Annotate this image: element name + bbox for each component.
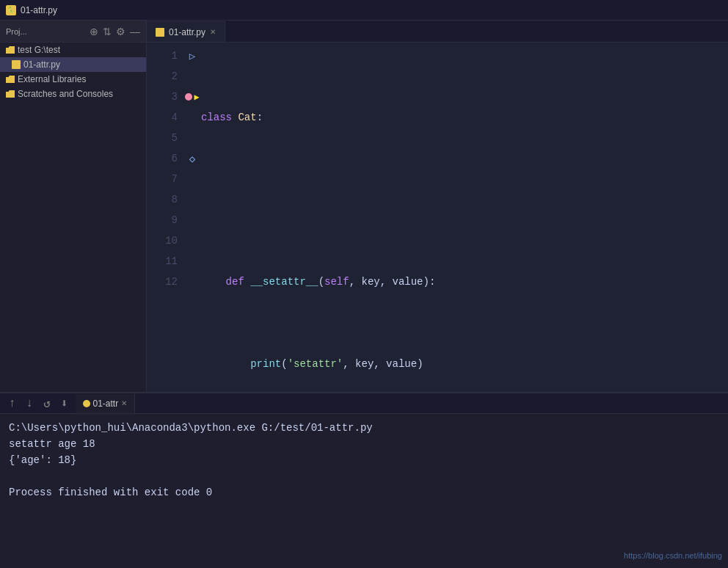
- console-rerun-icon[interactable]: ↺: [40, 395, 54, 412]
- title-bar: 🐍 01-attr.py: [0, 0, 728, 21]
- gutter-9: [183, 210, 201, 230]
- main-area: Proj... ⊕ ⇅ ⚙ — test G:\test 01-attr.py …: [0, 21, 728, 392]
- gutter-1: ▷: [183, 45, 201, 66]
- tab-file-icon: [156, 28, 164, 37]
- folder-icon: [6, 76, 15, 83]
- sidebar-item-test[interactable]: test G:\test: [0, 43, 146, 57]
- sidebar-item-external[interactable]: External Libraries: [0, 72, 146, 87]
- gutter-12: [183, 272, 201, 292]
- console-nav-down[interactable]: ↓: [23, 396, 37, 412]
- line-num-1: 1: [153, 45, 178, 66]
- sidebar-header: Proj... ⊕ ⇅ ⚙ —: [0, 21, 146, 43]
- sidebar-item-label: External Libraries: [18, 74, 86, 84]
- console-line-4: [9, 468, 719, 484]
- line-num-5: 5: [153, 128, 178, 148]
- editor-area: 01-attr.py ✕ 1 2 3 4 5 6 7 8 9 10 11 12: [147, 21, 728, 392]
- debug-arrow: ▶: [194, 92, 199, 103]
- gutter-3: ▶: [183, 87, 201, 107]
- console-url: https://blog.csdn.net/ifubing: [624, 547, 722, 564]
- code-line-2: [201, 189, 728, 210]
- console-tab[interactable]: 01-attr ✕: [76, 394, 136, 413]
- sidebar-minimize-icon[interactable]: —: [130, 26, 140, 37]
- tab-close-icon[interactable]: ✕: [210, 28, 216, 36]
- console-line-3: {'age': 18}: [9, 452, 719, 468]
- sidebar-item-label: 01-attr.py: [23, 59, 60, 70]
- breakpoint-dot: [185, 93, 192, 101]
- line-num-3: 3: [153, 87, 178, 107]
- gutter-5: [183, 128, 201, 148]
- gutter-8: [183, 189, 201, 210]
- sidebar-item-scratches[interactable]: Scratches and Consoles: [0, 87, 146, 101]
- line-num-9: 9: [153, 210, 178, 230]
- console-line-5: Process finished with exit code 0: [9, 484, 719, 500]
- console-tab-icon: [83, 400, 90, 407]
- sidebar-item-file[interactable]: 01-attr.py: [0, 57, 146, 72]
- code-line-3: def __setattr__(self, key, value):: [201, 272, 728, 292]
- code-content[interactable]: 1 2 3 4 5 6 7 8 9 10 11 12 ▷: [147, 43, 728, 392]
- gutter-7: [183, 169, 201, 189]
- line-num-2: 2: [153, 66, 178, 87]
- file-icon: [12, 60, 21, 69]
- line-num-11: 11: [153, 251, 178, 272]
- line-num-12: 12: [153, 272, 178, 292]
- editor-tab-file[interactable]: 01-attr.py ✕: [147, 21, 225, 42]
- code-line-1: class Cat:: [201, 107, 728, 128]
- sidebar-title: Proj...: [6, 27, 85, 36]
- folder-icon: [6, 90, 15, 98]
- line-numbers: 1 2 3 4 5 6 7 8 9 10 11 12: [147, 45, 183, 389]
- console-output: C:\Users\python_hui\Anaconda3\python.exe…: [0, 414, 728, 568]
- console-stop-icon[interactable]: ⬇: [58, 395, 71, 412]
- sidebar-add-icon[interactable]: ⊕: [90, 26, 98, 37]
- console-line-1: C:\Users\python_hui\Anaconda3\python.exe…: [9, 420, 719, 436]
- line-num-8: 8: [153, 189, 178, 210]
- gutter: ▷ ▶ ◇: [183, 45, 201, 389]
- line-num-6: 6: [153, 148, 178, 169]
- sidebar: Proj... ⊕ ⇅ ⚙ — test G:\test 01-attr.py …: [0, 21, 147, 392]
- gutter-6: ◇: [183, 148, 201, 169]
- console-nav-up[interactable]: ↑: [6, 396, 19, 412]
- title-filename: 01-attr.py: [21, 5, 57, 15]
- gutter-2: [183, 66, 201, 87]
- gutter-11: [183, 251, 201, 272]
- code-editor[interactable]: class Cat: def __setattr__(self, key, va…: [201, 45, 728, 389]
- console-header: ↑ ↓ ↺ ⬇ 01-attr ✕: [0, 393, 728, 414]
- console-tab-label: 01-attr: [93, 398, 119, 409]
- folder-icon: [6, 46, 15, 54]
- sidebar-item-label: Scratches and Consoles: [18, 89, 113, 99]
- title-file-icon: 🐍: [6, 5, 16, 15]
- sidebar-sync-icon[interactable]: ⇅: [103, 26, 112, 37]
- console-tab-close[interactable]: ✕: [121, 399, 127, 407]
- line-num-4: 4: [153, 107, 178, 128]
- sidebar-settings-icon[interactable]: ⚙: [116, 26, 125, 37]
- line-num-10: 10: [153, 230, 178, 251]
- sidebar-item-label: test G:\test: [18, 45, 60, 55]
- editor-tabs: 01-attr.py ✕: [147, 21, 728, 43]
- console-area: ↑ ↓ ↺ ⬇ 01-attr ✕ C:\Users\python_hui\An…: [0, 392, 728, 568]
- console-line-2: setattr age 18: [9, 436, 719, 452]
- tab-label: 01-attr.py: [169, 27, 205, 37]
- code-line-4: print('setattr', key, value): [201, 354, 728, 374]
- line-num-7: 7: [153, 169, 178, 189]
- gutter-10: [183, 230, 201, 251]
- gutter-4: [183, 107, 201, 128]
